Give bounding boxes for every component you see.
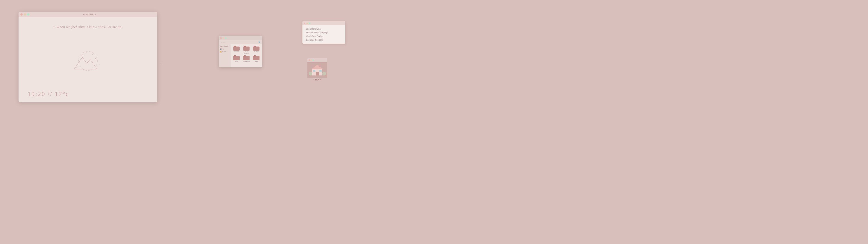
- album-minimize[interactable]: [311, 59, 312, 61]
- album-titlebar: [307, 58, 327, 62]
- folder-misc[interactable]: Misc: [232, 55, 241, 62]
- folder-camera[interactable]: Camera: [232, 45, 241, 54]
- sticky-item-3: · Watch Twin Peaks: [305, 34, 343, 38]
- dwight-icon: 📁: [220, 51, 221, 53]
- folder-rice-inspo-icon: [243, 55, 250, 60]
- quote-text: When we feel alive I know she'll let me …: [56, 25, 123, 29]
- sticky-item-1: · Drink more water: [305, 27, 343, 31]
- album-art: [307, 62, 327, 78]
- svg-point-0: [79, 52, 97, 70]
- explorer-sidebar: Quick access 💻 PC 📁 Dwight: [219, 44, 230, 67]
- svg-point-6: [99, 64, 99, 65]
- time-display: 19:20 // 17°c: [28, 90, 69, 97]
- svg-rect-30: [319, 70, 322, 72]
- sticky-note: · Drink more water · Release Blush start…: [303, 21, 345, 43]
- album-widget: TRAP: [307, 58, 327, 81]
- svg-rect-31: [319, 64, 321, 67]
- explorer-maximize[interactable]: [225, 37, 227, 39]
- album-maximize[interactable]: [313, 59, 314, 61]
- close-button[interactable]: [20, 13, 23, 16]
- folder-walls-label: Walls: [255, 61, 258, 62]
- svg-point-32: [309, 72, 312, 75]
- svg-point-7: [76, 67, 77, 68]
- maximize-button[interactable]: [27, 13, 29, 16]
- svg-rect-17: [254, 46, 256, 47]
- folder-walls[interactable]: Walls: [252, 55, 261, 62]
- dwight-label: Dwight: [222, 51, 226, 53]
- svg-rect-23: [254, 55, 256, 57]
- explorer-titlebar: [219, 36, 262, 40]
- window-titlebar: Blush Blush.html: [19, 12, 157, 17]
- folder-color-schemes-icon: [243, 45, 250, 51]
- sidebar-item-dwight[interactable]: 📁 Dwight: [220, 50, 230, 53]
- folder-walls-icon: [253, 55, 259, 60]
- dot-decoration: [160, 63, 161, 64]
- mountain-svg: [70, 46, 106, 76]
- folder-rice-inspo-label: Rice Inspo: [243, 61, 250, 62]
- folder-misc-label: Misc: [235, 61, 238, 62]
- explorer-minimize[interactable]: [223, 37, 224, 39]
- svg-rect-20: [243, 56, 250, 60]
- folder-rice-inspo[interactable]: Rice Inspo: [242, 55, 251, 62]
- folder-destaps[interactable]: Destaps: [252, 45, 261, 54]
- pc-icon: 💻: [220, 48, 221, 50]
- folder-destaps-label: Destaps: [254, 51, 259, 53]
- folder-destaps-icon: [253, 45, 259, 51]
- sticky-item-2: · Release Blush startpage: [305, 31, 343, 34]
- svg-rect-13: [234, 46, 236, 47]
- svg-rect-12: [233, 47, 240, 51]
- file-explorer-window: ← → 🔍 Quick access 💻 PC 📁 Dwight: [219, 36, 262, 67]
- quote-container: " When we feel alive I know she'll let m…: [23, 25, 153, 30]
- sticky-minimize[interactable]: [306, 23, 308, 24]
- folder-color-schemes-label: ColorSchemes: [243, 51, 249, 54]
- svg-point-8: [81, 70, 81, 70]
- album-close[interactable]: [309, 59, 310, 61]
- folder-camera-label: Camera: [234, 51, 239, 53]
- nav-back[interactable]: ←: [220, 41, 222, 43]
- svg-point-33: [322, 72, 326, 75]
- svg-rect-28: [316, 72, 319, 75]
- sticky-content: · Drink more water · Release Blush start…: [303, 25, 345, 43]
- sticky-note-titlebar: [303, 21, 345, 25]
- blush-window: Blush Blush.html " When we feel alive I …: [19, 12, 157, 102]
- folder-color-schemes[interactable]: ColorSchemes: [242, 45, 251, 54]
- nav-forward[interactable]: →: [223, 41, 225, 43]
- svg-rect-15: [244, 46, 246, 47]
- blush-content: " When we feel alive I know she'll let m…: [19, 17, 157, 102]
- search-icon[interactable]: 🔍: [258, 41, 261, 43]
- svg-rect-18: [233, 56, 240, 60]
- svg-rect-19: [234, 55, 236, 57]
- quote-mark-open: ": [53, 25, 55, 31]
- explorer-close[interactable]: [220, 37, 222, 39]
- svg-rect-16: [253, 47, 259, 51]
- svg-point-11: [96, 69, 96, 70]
- folder-misc-icon: [233, 55, 240, 60]
- svg-rect-29: [313, 70, 315, 72]
- sticky-maximize[interactable]: [309, 23, 310, 24]
- sidebar-item-pc[interactable]: 💻 PC: [220, 48, 230, 50]
- sticky-item-4: · Complete RH:BBS: [305, 38, 343, 42]
- window-filename: Blush.html: [83, 13, 93, 16]
- svg-point-2: [86, 53, 87, 53]
- svg-point-1: [83, 55, 84, 55]
- quick-access-label: Quick access: [220, 45, 230, 47]
- pc-label: PC: [222, 48, 224, 50]
- minimize-button[interactable]: [24, 13, 26, 16]
- svg-point-5: [79, 65, 79, 66]
- svg-point-3: [92, 54, 93, 55]
- svg-point-9: [86, 70, 86, 71]
- time-container: 19:20 // 17°c: [23, 90, 153, 98]
- window-title: Blush: [31, 13, 156, 16]
- svg-rect-22: [253, 56, 259, 60]
- svg-point-4: [95, 58, 96, 59]
- explorer-nav: ← → 🔍: [219, 40, 262, 44]
- album-title-label: TRAP: [313, 78, 322, 81]
- explorer-body: Quick access 💻 PC 📁 Dwight Camera: [219, 44, 262, 67]
- sticky-close[interactable]: [304, 23, 305, 24]
- folder-camera-icon: [233, 45, 240, 51]
- files-grid: Camera ColorSchemes: [230, 44, 262, 67]
- svg-rect-21: [244, 55, 246, 57]
- svg-rect-14: [243, 47, 250, 51]
- mountain-illustration: [23, 33, 153, 89]
- svg-point-10: [91, 70, 92, 70]
